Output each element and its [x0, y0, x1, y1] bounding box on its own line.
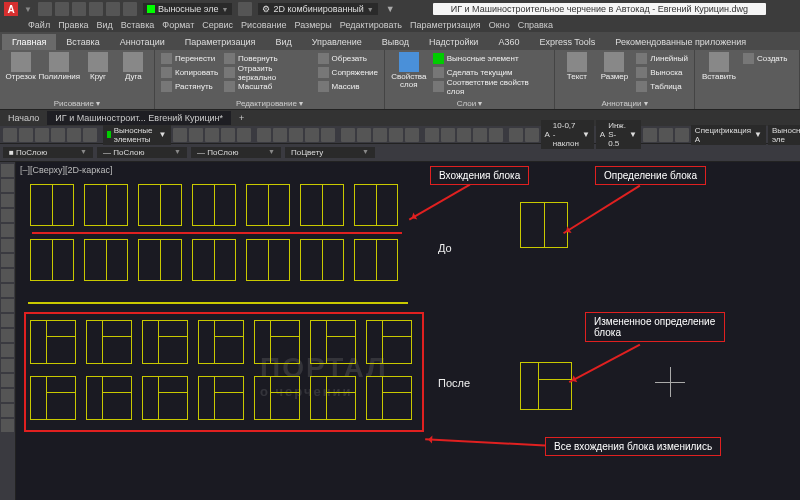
tb1-ico[interactable] — [205, 128, 219, 142]
menu-file[interactable]: Файл — [28, 20, 50, 30]
menu-view[interactable]: Вид — [97, 20, 113, 30]
tb1-ico[interactable] — [457, 128, 471, 142]
tab-view[interactable]: Вид — [265, 34, 301, 50]
tb-tablestyle-combo[interactable]: Спецификация А ▼ — [691, 125, 766, 145]
vt-ico[interactable] — [1, 389, 14, 402]
tb2-ico[interactable] — [674, 147, 681, 159]
tb2-ico[interactable] — [695, 147, 702, 159]
tb2-ico[interactable] — [506, 147, 513, 159]
tb2-ico[interactable] — [558, 147, 565, 159]
tb2-ico[interactable] — [516, 147, 523, 159]
panel-annot-label[interactable]: Аннотации ▾ — [555, 99, 694, 108]
tb1-ico[interactable] — [321, 128, 335, 142]
vt-ico[interactable] — [1, 164, 14, 177]
table-button[interactable]: Таблица — [634, 80, 690, 93]
vt-ico[interactable] — [1, 374, 14, 387]
text-button[interactable]: Текст — [559, 52, 595, 81]
tb2-ico[interactable] — [622, 147, 629, 159]
tb2-ico[interactable] — [769, 147, 776, 159]
layer-match-button[interactable]: Соответствие свойств слоя — [431, 80, 550, 93]
tb-mleader-combo[interactable]: Выносные эле — [768, 125, 800, 145]
qat-workspace-combo[interactable]: ⚙2D комбинированный▼ — [258, 3, 377, 15]
tb2-ico[interactable] — [495, 147, 502, 159]
tb2-ico[interactable] — [411, 147, 418, 159]
tb2-ico[interactable] — [590, 147, 597, 159]
tb2-ico[interactable] — [611, 147, 618, 159]
qat-undo-icon[interactable] — [89, 2, 103, 16]
tab-home[interactable]: Главная — [2, 34, 56, 50]
drawing-canvas[interactable]: for(let i=0;i<18;i++)document.write('<di… — [0, 162, 800, 500]
copy-button[interactable]: Копировать — [159, 66, 220, 79]
tab-annotate[interactable]: Аннотации — [110, 34, 175, 50]
vt-ico[interactable] — [1, 314, 14, 327]
tb2-ico[interactable] — [569, 147, 576, 159]
panel-layers-label[interactable]: Слои ▾ — [385, 99, 554, 108]
tb1-ico[interactable] — [373, 128, 387, 142]
app-menu-icon[interactable]: ▼ — [24, 5, 32, 14]
tb2-ico[interactable] — [790, 147, 797, 159]
panel-modify-label[interactable]: Редактирование ▾ — [155, 99, 384, 108]
tb1-ico[interactable] — [357, 128, 371, 142]
tb2-ico[interactable] — [643, 147, 650, 159]
menu-draw[interactable]: Рисование — [241, 20, 286, 30]
tb2-ico[interactable] — [474, 147, 481, 159]
tb2-ico[interactable] — [738, 147, 745, 159]
tb2-ico[interactable] — [632, 147, 639, 159]
qat-plot-icon[interactable] — [123, 2, 137, 16]
tb2-ico[interactable] — [780, 147, 787, 159]
tb1-ico[interactable] — [473, 128, 487, 142]
stretch-button[interactable]: Растянуть — [159, 80, 220, 93]
insert-block-button[interactable]: Вставить — [699, 52, 739, 81]
qat-tool-icon[interactable] — [238, 2, 252, 16]
tb1-ico[interactable] — [305, 128, 319, 142]
tb2-ico[interactable] — [706, 147, 713, 159]
tb2-ico[interactable] — [548, 147, 555, 159]
tb2-ico[interactable] — [653, 147, 660, 159]
polyline-button[interactable]: Полилиния — [39, 52, 79, 81]
fillet-button[interactable]: Сопряжение — [316, 66, 380, 79]
tb1-ico[interactable] — [83, 128, 97, 142]
tb1-ico[interactable] — [3, 128, 17, 142]
menu-edit[interactable]: Правка — [58, 20, 88, 30]
tb-layer-combo[interactable]: Выносные элементы▼ — [103, 125, 171, 145]
arc-button[interactable]: Дуга — [117, 52, 150, 81]
tb2-ico[interactable] — [537, 147, 544, 159]
tb1-ico[interactable] — [289, 128, 303, 142]
vt-ico[interactable] — [1, 299, 14, 312]
tb2-ico[interactable] — [717, 147, 724, 159]
qat-more-icon[interactable]: ▼ — [384, 4, 397, 14]
tb2-ico[interactable] — [600, 147, 607, 159]
tb2-ico[interactable] — [379, 147, 386, 159]
vt-ico[interactable] — [1, 239, 14, 252]
tb1-ico[interactable] — [525, 128, 539, 142]
menu-format[interactable]: Формат — [162, 20, 194, 30]
tb1-ico[interactable] — [659, 128, 673, 142]
color-combo[interactable]: ■ ПоСлою▼ — [3, 147, 93, 158]
tb1-ico[interactable] — [341, 128, 355, 142]
tb2-ico[interactable] — [421, 147, 428, 159]
tb2-ico[interactable] — [390, 147, 397, 159]
tab-insert[interactable]: Вставка — [56, 34, 109, 50]
tb2-ico[interactable] — [400, 147, 407, 159]
scale-button[interactable]: Масштаб — [222, 80, 314, 93]
tb-dimstyle-combo[interactable]: A Инж. S-0.5 ▼ — [596, 120, 641, 149]
vt-ico[interactable] — [1, 359, 14, 372]
tb1-ico[interactable] — [19, 128, 33, 142]
vt-ico[interactable] — [1, 254, 14, 267]
tb1-ico[interactable] — [643, 128, 657, 142]
tb1-ico[interactable] — [441, 128, 455, 142]
array-button[interactable]: Массив — [316, 80, 380, 93]
viewport-label[interactable]: [–][Сверху][2D-каркас] — [20, 165, 112, 175]
tb1-ico[interactable] — [405, 128, 419, 142]
tb1-ico[interactable] — [221, 128, 235, 142]
plot-combo[interactable]: ПоЦвету▼ — [285, 147, 375, 158]
tb-textstyle-combo[interactable]: A 10-0,7 - наклон ▼ — [541, 120, 594, 149]
tb1-ico[interactable] — [173, 128, 187, 142]
trim-button[interactable]: Обрезать — [316, 52, 380, 65]
tb2-ico[interactable] — [759, 147, 766, 159]
vt-ico[interactable] — [1, 224, 14, 237]
tb2-ico[interactable] — [442, 147, 449, 159]
qat-layer-combo[interactable]: Выносные эле▼ — [143, 3, 232, 15]
lt-combo[interactable]: — ПоСлою▼ — [191, 147, 281, 158]
tb2-ico[interactable] — [579, 147, 586, 159]
